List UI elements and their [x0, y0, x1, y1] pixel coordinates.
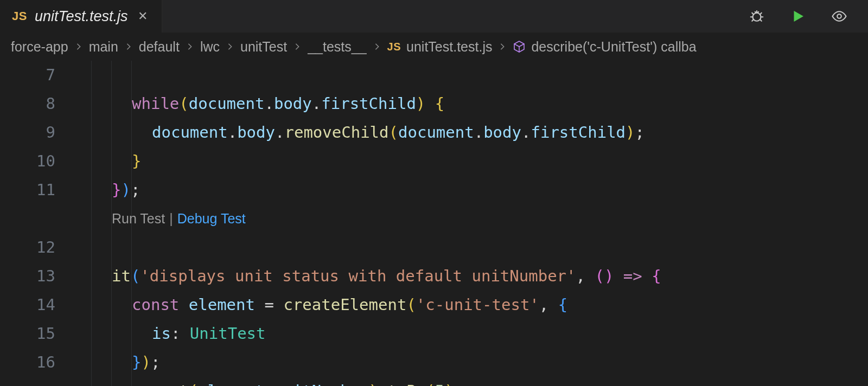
chevron-right-icon — [68, 43, 89, 50]
chevron-right-icon — [220, 43, 240, 50]
token: ( — [425, 382, 435, 386]
preview-eye-icon[interactable] — [830, 7, 848, 25]
chevron-right-icon — [492, 43, 513, 50]
breadcrumb-label: describe('c-UnitTest') callba — [531, 39, 696, 55]
breadcrumb-label: lwc — [200, 39, 220, 55]
token: ( — [406, 295, 416, 314]
line-number: 7 — [0, 61, 55, 89]
token: toBe — [387, 382, 425, 386]
chevron-right-icon — [180, 43, 200, 50]
run-icon[interactable] — [789, 7, 807, 25]
token: : — [171, 324, 190, 343]
token: body — [483, 123, 521, 141]
breadcrumb-item[interactable]: default — [139, 39, 180, 55]
breadcrumb-item[interactable]: unitTest — [240, 39, 287, 55]
token: ( — [389, 123, 398, 141]
token: ; — [151, 353, 160, 371]
token: => — [623, 267, 642, 285]
line-number: 13 — [0, 262, 55, 291]
token: element — [189, 295, 255, 314]
line-number: 11 — [0, 176, 55, 204]
breadcrumb-item[interactable]: lwc — [200, 39, 220, 55]
token: ; — [131, 181, 140, 199]
line-number: 8 — [0, 89, 55, 118]
token: . — [275, 123, 284, 141]
code-line[interactable]: while(document.body.firstChild) { — [72, 61, 868, 89]
token: ( — [189, 382, 198, 386]
token: } — [132, 353, 141, 371]
breadcrumb-label: main — [89, 39, 118, 55]
breadcrumb-item[interactable]: __tests__ — [308, 39, 366, 55]
line-number: 15 — [0, 319, 55, 348]
breadcrumb-item[interactable]: force-app — [11, 39, 68, 55]
debug-icon[interactable] — [748, 7, 766, 25]
line-number — [0, 204, 55, 233]
breadcrumb[interactable]: force-app main default lwc unitTest __te… — [0, 33, 868, 61]
token: { — [642, 267, 661, 285]
token: ( — [131, 267, 140, 285]
token: { — [558, 295, 567, 314]
token: ) — [141, 353, 150, 371]
token: document — [152, 123, 228, 141]
chevron-right-icon — [118, 43, 139, 50]
token: () — [595, 267, 614, 285]
codelens-debug-test[interactable]: Debug Test — [177, 204, 246, 233]
token: . — [521, 123, 531, 141]
breadcrumb-item[interactable]: JS unitTest.test.js — [387, 39, 493, 55]
code-area[interactable]: while(document.body.firstChild) { docume… — [72, 61, 868, 386]
token: const — [132, 295, 179, 314]
close-icon[interactable]: ✕ — [136, 9, 150, 23]
token: ) — [444, 382, 454, 386]
code-line[interactable]: it('displays unit status with default un… — [72, 233, 868, 262]
token: removeChild — [284, 123, 388, 141]
token: 5 — [435, 382, 444, 386]
line-number: 12 — [0, 233, 55, 262]
line-number: 10 — [0, 147, 55, 176]
js-file-icon: JS — [387, 41, 401, 53]
token: ; — [635, 123, 644, 141]
breadcrumb-label: unitTest.test.js — [406, 39, 492, 55]
token: 'c-unit-test' — [416, 295, 539, 314]
chevron-right-icon — [287, 43, 308, 50]
codelens-run-test[interactable]: Run Test — [112, 204, 165, 233]
code-editor[interactable]: 7 8 9 10 11 12 13 14 15 16 while(documen… — [0, 61, 868, 386]
token: } — [112, 181, 121, 199]
token: UnitTest — [190, 324, 266, 343]
token: firstChild — [321, 94, 416, 113]
svg-point-2 — [837, 14, 841, 18]
token: createElement — [283, 295, 406, 314]
token: ) — [369, 382, 378, 386]
token: document — [189, 94, 265, 113]
token: { — [425, 94, 444, 113]
token: . — [228, 123, 237, 141]
token: = — [255, 295, 283, 314]
editor-toolbar-actions — [742, 0, 868, 33]
token: ) — [121, 181, 130, 199]
tab-active[interactable]: JS unitTest.test.js ✕ — [0, 0, 162, 33]
tab-bar: JS unitTest.test.js ✕ — [0, 0, 868, 33]
tab-filename: unitTest.test.js — [35, 9, 128, 24]
code-line[interactable] — [72, 176, 868, 204]
breadcrumb-label: __tests__ — [308, 39, 366, 55]
token: . — [474, 123, 483, 141]
token: , — [576, 267, 595, 285]
line-number: 14 — [0, 291, 55, 319]
gutter: 7 8 9 10 11 12 13 14 15 16 — [0, 61, 72, 386]
codelens-separator: | — [169, 204, 173, 233]
token: . — [264, 382, 273, 386]
token: expect — [132, 382, 189, 386]
token: body — [274, 94, 312, 113]
token: document — [398, 123, 474, 141]
breadcrumb-item[interactable]: main — [89, 39, 118, 55]
token: , — [539, 295, 558, 314]
token: body — [237, 123, 275, 141]
token: ; — [454, 382, 463, 386]
token: } — [132, 152, 141, 170]
token: it — [112, 267, 131, 285]
breadcrumb-item[interactable]: describe('c-UnitTest') callba — [513, 39, 696, 55]
breadcrumb-label: unitTest — [240, 39, 287, 55]
token: unitNumber — [274, 382, 369, 386]
chevron-right-icon — [367, 43, 387, 50]
code-lens: Run Test | Debug Test — [72, 204, 868, 233]
package-icon — [513, 40, 526, 53]
